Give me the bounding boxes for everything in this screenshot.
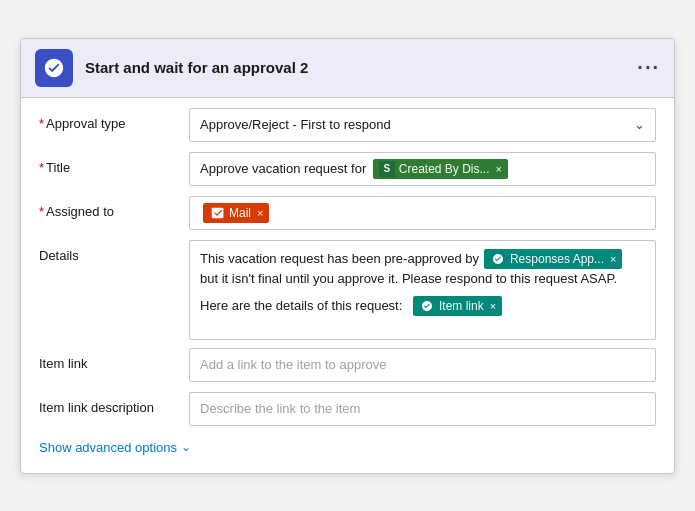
- chevron-down-icon: ⌄: [634, 117, 645, 132]
- advanced-chevron-icon: ⌄: [181, 440, 191, 454]
- assigned-to-chip: Mail ×: [203, 203, 269, 223]
- sharepoint-icon: S: [379, 161, 395, 177]
- assigned-to-input[interactable]: Mail ×: [189, 196, 656, 230]
- details-row: Details This vacation request has been p…: [39, 240, 656, 340]
- responses-chip-close[interactable]: ×: [610, 253, 616, 265]
- details-line1: This vacation request has been pre-appro…: [200, 249, 645, 269]
- item-link-desc-input[interactable]: Describe the link to the item: [189, 392, 656, 426]
- title-row: *Title Approve vacation request for S Cr…: [39, 152, 656, 188]
- approval-type-dropdown[interactable]: Approve/Reject - First to respond ⌄: [189, 108, 656, 142]
- approval-type-row: *Approval type Approve/Reject - First to…: [39, 108, 656, 144]
- title-input[interactable]: Approve vacation request for S Created B…: [189, 152, 656, 186]
- office-icon: [209, 205, 225, 221]
- card-title: Start and wait for an approval 2: [85, 59, 637, 76]
- approval-icon: [43, 57, 65, 79]
- item-link-desc-row: Item link description Describe the link …: [39, 392, 656, 428]
- approval-card: Start and wait for an approval 2 ··· *Ap…: [20, 38, 675, 474]
- details-input[interactable]: This vacation request has been pre-appro…: [189, 240, 656, 340]
- item-link-input[interactable]: Add a link to the item to approve: [189, 348, 656, 382]
- title-chip-close[interactable]: ×: [496, 163, 502, 175]
- assigned-to-row: *Assigned to Mail ×: [39, 196, 656, 232]
- assigned-to-chip-close[interactable]: ×: [257, 207, 263, 219]
- card-body: *Approval type Approve/Reject - First to…: [21, 98, 674, 473]
- item-link-chip-icon: [419, 298, 435, 314]
- header-icon: [35, 49, 73, 87]
- details-line3: Here are the details of this request: It…: [200, 296, 645, 316]
- item-link-chip: Item link ×: [413, 296, 502, 316]
- details-line2: but it isn't final until you approve it.…: [200, 271, 645, 286]
- more-options-button[interactable]: ···: [637, 56, 660, 79]
- responses-chip: Responses App... ×: [484, 249, 623, 269]
- approval-chip-icon: [490, 251, 506, 267]
- card-header: Start and wait for an approval 2 ···: [21, 39, 674, 98]
- details-label: Details: [39, 240, 189, 263]
- title-chip: S Created By Dis... ×: [373, 159, 508, 179]
- approval-type-label: *Approval type: [39, 108, 189, 131]
- assigned-to-label: *Assigned to: [39, 196, 189, 219]
- item-link-desc-label: Item link description: [39, 392, 189, 415]
- title-label: *Title: [39, 152, 189, 175]
- item-link-chip-close[interactable]: ×: [490, 300, 496, 312]
- item-link-label: Item link: [39, 348, 189, 371]
- show-advanced-button[interactable]: Show advanced options ⌄: [39, 436, 656, 459]
- item-link-row: Item link Add a link to the item to appr…: [39, 348, 656, 384]
